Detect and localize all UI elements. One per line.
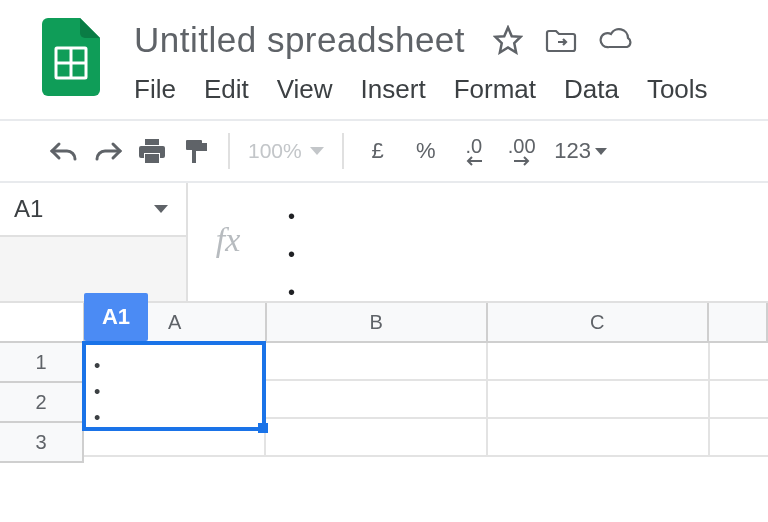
row-headers: 1 2 3 [0,343,84,463]
fx-icon: fx [188,183,268,259]
column-header-b[interactable]: B [267,303,488,341]
name-box-value: A1 [14,195,43,223]
column-header-c[interactable]: C [488,303,709,341]
cell-C3[interactable] [488,419,710,457]
document-title[interactable]: Untitled spreadsheet [134,18,465,62]
percent-button[interactable]: % [402,129,450,173]
cloud-status-icon[interactable] [599,27,633,53]
more-formats-label: 123 [554,138,591,164]
cell-B2[interactable] [266,381,488,419]
svg-marker-3 [496,28,521,53]
cell-content-line: • [94,379,254,405]
increase-decimal-button[interactable]: .00 [498,129,546,173]
header: Untitled spreadsheet [0,0,768,105]
svg-rect-5 [145,154,159,163]
zoom-dropdown[interactable]: 100% [240,139,332,163]
cell-content-line: • [94,405,254,431]
svg-rect-7 [192,156,196,163]
active-cell-selection[interactable]: • • • [82,341,266,431]
dropdown-arrow-icon [310,147,324,155]
dropdown-arrow-icon [595,148,607,155]
cell-D3[interactable] [710,419,768,457]
menu-insert[interactable]: Insert [361,74,426,105]
zoom-value: 100% [248,139,302,163]
undo-button[interactable] [42,129,86,173]
formula-line: • [288,197,750,235]
cell-C1[interactable] [488,343,710,381]
sheets-logo[interactable] [42,18,100,96]
cell-B3[interactable] [266,419,488,457]
increase-decimal-label: .00 [508,136,536,156]
move-icon[interactable] [545,27,577,53]
menu-bar: File Edit View Insert Format Data Tools [134,74,768,105]
decrease-decimal-label: .0 [465,136,482,156]
cell-B1[interactable] [266,343,488,381]
menu-view[interactable]: View [277,74,333,105]
cell-D1[interactable] [710,343,768,381]
formula-bar-row: A1 fx • • • [0,181,768,303]
menu-tools[interactable]: Tools [647,74,708,105]
more-formats-button[interactable]: 123 [546,129,616,173]
fill-handle[interactable] [258,423,268,433]
print-button[interactable] [130,129,174,173]
cell-C2[interactable] [488,381,710,419]
cell-D2[interactable] [710,381,768,419]
redo-button[interactable] [86,129,130,173]
star-icon[interactable] [493,25,523,55]
column-header-d[interactable] [709,303,768,341]
active-cell-chip[interactable]: A1 [84,293,148,341]
menu-data[interactable]: Data [564,74,619,105]
svg-rect-4 [145,139,159,145]
toolbar-sep-2 [342,133,344,169]
paint-format-button[interactable] [174,129,218,173]
name-box[interactable]: A1 [0,183,186,237]
spreadsheet-grid: A1 A B C 1 2 3 • • • [0,303,768,463]
formula-line: • [288,235,750,273]
toolbar: 100% £ % .0 .00 123 [0,121,768,181]
menu-file[interactable]: File [134,74,176,105]
dropdown-arrow-icon [154,205,168,213]
decrease-decimal-button[interactable]: .0 [450,129,498,173]
currency-button[interactable]: £ [354,129,402,173]
select-all-cell[interactable] [0,303,85,341]
toolbar-sep-1 [228,133,230,169]
cell-content-line: • [94,353,254,379]
cell-area[interactable]: • • • [84,343,768,463]
row-header-2[interactable]: 2 [0,383,84,423]
menu-format[interactable]: Format [454,74,536,105]
row-header-1[interactable]: 1 [0,343,84,383]
row-header-3[interactable]: 3 [0,423,84,463]
menu-edit[interactable]: Edit [204,74,249,105]
